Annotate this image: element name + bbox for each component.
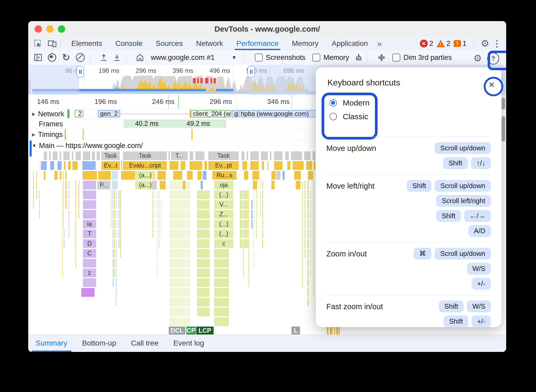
dim-3rd-parties-checkbox[interactable] (392, 54, 400, 61)
device-toolbar-icon[interactable] (48, 39, 57, 48)
flame-texture (169, 190, 190, 199)
tab-application[interactable]: Application (325, 37, 374, 50)
inspect-element-icon[interactable] (34, 39, 43, 48)
flame-texture (256, 229, 257, 238)
flame-bar[interactable]: Ev...t (101, 161, 120, 170)
flame-bar[interactable]: T... (171, 151, 188, 160)
flame-texture (302, 210, 303, 219)
network-request[interactable]: client_204 (www.google.com) (191, 110, 231, 117)
flame-texture (262, 180, 263, 190)
flame-bar[interactable]: z (83, 268, 96, 278)
frame-box[interactable]: 40.2 ms (124, 120, 170, 127)
more-tabs-icon[interactable]: » (377, 39, 381, 49)
flame-bar[interactable]: C (83, 249, 96, 258)
flame-texture (120, 190, 121, 199)
flame-bar[interactable]: (...) (214, 190, 234, 199)
warning-badge[interactable]: ! 2 (436, 40, 450, 48)
flame-texture (214, 268, 229, 278)
network-request[interactable]: gen_2 (98, 110, 120, 117)
flame-texture (260, 200, 261, 209)
flame-bar[interactable]: D (83, 239, 96, 248)
collapse-arrow-icon[interactable]: ▼ (32, 143, 36, 149)
close-icon[interactable]: ✕ (486, 79, 497, 90)
tab-performance[interactable]: Performance (230, 37, 285, 50)
record-button[interactable] (48, 53, 56, 62)
flame-bar[interactable]: Task (123, 151, 167, 160)
flame-bar[interactable]: (...) (214, 229, 234, 238)
collapse-icon[interactable] (378, 53, 385, 62)
frame-box[interactable]: 49.2 ms (171, 120, 226, 127)
flame-texture (250, 161, 259, 170)
flame-texture (312, 151, 316, 160)
flame-bar[interactable]: (a...) (135, 171, 156, 180)
flame-texture (195, 151, 205, 160)
shortcut-row: Fast zoom in/outShiftW/SShift+/- (326, 295, 491, 333)
issues-badge[interactable]: ! 1 (454, 40, 467, 48)
bottom-tab-summary[interactable]: Summary (28, 335, 75, 352)
tab-memory[interactable]: Memory (285, 37, 325, 50)
network-request[interactable]: hpba (www.google.com) (238, 110, 318, 117)
flame-bar[interactable]: Z... (214, 210, 234, 219)
flame-bar[interactable]: Ev...pt (208, 161, 239, 170)
flame-bar[interactable]: ia (83, 219, 96, 229)
network-request[interactable]: g (232, 110, 238, 117)
tab-console[interactable]: Console (109, 37, 149, 50)
flame-texture (203, 171, 207, 180)
tab-network[interactable]: Network (189, 37, 230, 50)
flame-bar[interactable]: T (83, 229, 96, 238)
tab-elements[interactable]: Elements (65, 37, 109, 50)
flame-texture (157, 219, 158, 229)
screenshots-checkbox[interactable] (255, 54, 263, 61)
flame-texture (250, 151, 259, 160)
clear-button[interactable] (76, 53, 85, 62)
settings-gear-icon[interactable]: ⚙ (481, 38, 489, 49)
flame-bar[interactable]: Task (208, 151, 239, 160)
flame-texture (302, 278, 303, 287)
upload-profile-icon[interactable] (100, 54, 107, 61)
scrollbar-thumb[interactable] (502, 98, 505, 109)
radio-classic[interactable]: Classic (330, 112, 370, 121)
flame-texture (197, 259, 210, 268)
network-request[interactable]: 2 (75, 110, 83, 117)
flame-texture (63, 190, 64, 199)
flame-texture (253, 210, 254, 219)
flame-texture (114, 200, 115, 209)
flame-bar[interactable]: oja (214, 180, 234, 190)
flame-texture (248, 278, 250, 287)
shortcut-style-radios: ModernClassic (330, 98, 370, 121)
menu-dots-icon[interactable]: ⋮ (492, 38, 501, 49)
flame-texture (313, 268, 314, 278)
flame-bar[interactable]: P... (97, 180, 111, 190)
flame-texture (83, 190, 96, 199)
bottom-tab-event-log[interactable]: Event log (166, 335, 211, 352)
scrollbar-thumb[interactable] (502, 116, 505, 142)
timing-tick (65, 129, 66, 140)
flame-texture (44, 151, 47, 160)
bottom-tab-call-tree[interactable]: Call tree (124, 335, 166, 352)
capture-settings-gear-icon[interactable]: ⚙ (473, 53, 482, 64)
flame-bar[interactable]: V... (214, 200, 234, 209)
flame-bar[interactable]: Task (101, 151, 120, 160)
shortcuts-help-button[interactable]: ? (487, 52, 499, 65)
range-handle[interactable] (77, 66, 84, 78)
radio-modern[interactable]: Modern (330, 98, 370, 107)
range-handle[interactable] (247, 66, 255, 78)
flame-bar[interactable]: c (214, 239, 234, 248)
flame-texture (304, 229, 305, 238)
memory-checkbox[interactable] (312, 54, 320, 61)
flame-texture (44, 171, 46, 180)
download-profile-icon[interactable] (113, 54, 121, 61)
toggle-sidebar-icon[interactable] (34, 54, 42, 61)
reload-record-button[interactable]: ↻ (62, 52, 70, 63)
garbage-collect-icon[interactable] (355, 54, 362, 61)
bottom-tab-bottom-up[interactable]: Bottom-up (75, 335, 124, 352)
flame-texture (152, 190, 153, 199)
long-task-red-segment (197, 78, 199, 83)
error-badge[interactable]: ✕ 2 (420, 40, 433, 48)
session-select[interactable]: www.google.com #1 ▼ (151, 54, 237, 62)
flame-bar[interactable]: Ru...s (212, 171, 237, 180)
home-icon[interactable] (136, 54, 144, 61)
tab-sources[interactable]: Sources (149, 37, 189, 50)
flame-bar[interactable]: Evalu...cript (123, 161, 167, 170)
flame-bar[interactable]: (...) (214, 219, 234, 229)
